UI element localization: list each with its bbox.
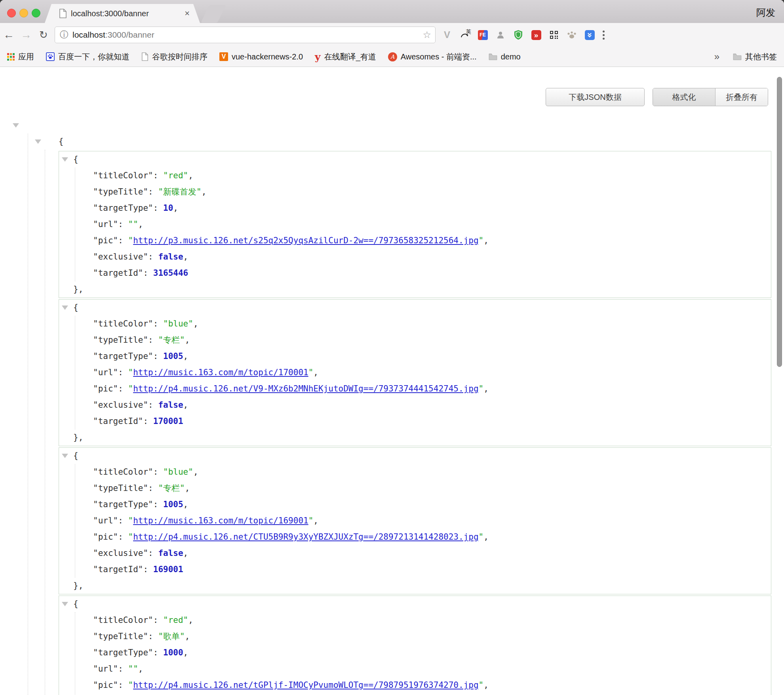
json-comma: , bbox=[183, 351, 188, 361]
json-comma: , bbox=[483, 236, 489, 245]
json-key: "pic" bbox=[93, 236, 118, 245]
json-field-line: "typeTitle": "新碟首发", bbox=[59, 184, 771, 200]
collapse-arrow-icon[interactable] bbox=[62, 602, 68, 606]
youdao-icon: y bbox=[315, 52, 321, 62]
bookmark-label: 百度一下，你就知道 bbox=[58, 52, 129, 62]
json-field-line: "exclusive": false, bbox=[59, 545, 771, 561]
collapse-arrow-icon[interactable] bbox=[13, 123, 19, 128]
json-field-line: "typeTitle": "专栏", bbox=[59, 480, 771, 496]
profile-name: 阿发 bbox=[756, 6, 775, 19]
format-button[interactable]: 格式化 bbox=[653, 88, 715, 106]
collapse-all-button[interactable]: 折叠所有 bbox=[715, 88, 768, 106]
bookmark-apps[interactable]: 应用 bbox=[7, 52, 34, 62]
bookmark-other-folder[interactable]: 其他书签 bbox=[733, 52, 777, 62]
collapse-arrow-icon[interactable] bbox=[35, 139, 41, 144]
forward-button[interactable]: → bbox=[17, 29, 35, 41]
bookmark-awesomes[interactable]: A Awesomes - 前端资... bbox=[388, 52, 477, 62]
translate-extension-icon[interactable]: 英 bbox=[460, 30, 470, 40]
json-object-close-line: }, bbox=[59, 281, 771, 298]
json-string-value: "专栏" bbox=[158, 335, 185, 345]
vue-devtools-icon[interactable]: V bbox=[442, 30, 452, 40]
reload-button[interactable]: ↻ bbox=[35, 29, 52, 41]
json-quote: " bbox=[479, 680, 484, 690]
json-quote: " bbox=[128, 680, 133, 690]
json-key: "typeTitle" bbox=[93, 335, 148, 345]
browser-window: localhost:3000/banner × 阿发 ← → ↻ ⓘ local… bbox=[0, 0, 784, 695]
json-key: "typeTitle" bbox=[93, 187, 148, 197]
json-field-line: "titleColor": "red", bbox=[59, 168, 771, 184]
bookmark-vue-hackernews[interactable]: V vue-hackernews-2.0 bbox=[219, 52, 303, 61]
address-bar[interactable]: ⓘ localhost:3000/banner ☆ bbox=[55, 27, 436, 43]
collapse-arrow-icon[interactable] bbox=[62, 454, 68, 458]
json-field-line: "targetType": 1000, bbox=[59, 645, 771, 661]
json-field-line: "url": "http://music.163.com/m/topic/170… bbox=[59, 365, 771, 381]
json-field-line: "targetId": 170001 bbox=[59, 413, 771, 430]
back-button[interactable]: ← bbox=[0, 29, 17, 41]
bookmark-google-sort[interactable]: 谷歌按时间排序 bbox=[141, 52, 207, 62]
json-field-line: "targetType": 10, bbox=[59, 200, 771, 216]
json-comma: , bbox=[183, 500, 188, 509]
json-comma: , bbox=[202, 187, 207, 197]
json-colon: : bbox=[143, 565, 153, 574]
browser-menu-button[interactable] bbox=[603, 31, 605, 40]
bookmark-label: Awesomes - 前端资... bbox=[401, 52, 477, 62]
blue-chevrons-extension-icon[interactable] bbox=[584, 30, 595, 40]
close-tab-icon[interactable]: × bbox=[185, 8, 190, 19]
json-literal-value: 1005 bbox=[163, 500, 183, 509]
json-link-value[interactable]: http://music.163.com/m/topic/170001 bbox=[133, 368, 308, 377]
json-link-value[interactable]: http://p4.music.126.net/V9-MXz6b2MNhEKju… bbox=[133, 384, 478, 393]
json-colon: : bbox=[118, 516, 128, 525]
json-comma: , bbox=[185, 632, 190, 641]
json-quote: " bbox=[128, 236, 133, 245]
json-comma: , bbox=[483, 680, 489, 690]
indent-guide bbox=[28, 134, 28, 695]
browser-tab[interactable]: localhost:3000/banner × bbox=[45, 4, 200, 23]
json-object-close-line: }, bbox=[59, 430, 771, 446]
url-host: localhost bbox=[72, 30, 105, 40]
json-field-line: "url": "http://music.163.com/m/topic/169… bbox=[59, 513, 771, 529]
collapse-arrow-icon[interactable] bbox=[62, 157, 68, 162]
url-path: :3000/banner bbox=[105, 30, 154, 40]
bookmark-baidu[interactable]: 百度一下，你就知道 bbox=[46, 52, 129, 62]
info-icon[interactable]: ⓘ bbox=[60, 29, 69, 41]
scrollbar-thumb[interactable] bbox=[777, 77, 782, 367]
screen: { "window": { "profile_name": "阿发", "tab… bbox=[0, 0, 784, 695]
collapse-arrow-icon[interactable] bbox=[62, 305, 68, 310]
json-viewer: { "banners": [ {"titleColor": "red","typ… bbox=[0, 117, 784, 695]
json-comma: , bbox=[193, 467, 198, 477]
new-tab-button[interactable] bbox=[201, 5, 226, 23]
json-key: "pic" bbox=[93, 384, 118, 393]
json-key: "titleColor" bbox=[93, 467, 153, 477]
browser-toolbar: ← → ↻ ⓘ localhost:3000/banner ☆ V 英 FE » bbox=[0, 23, 784, 47]
bookmark-label: 谷歌按时间排序 bbox=[152, 52, 207, 62]
json-literal-value: 169001 bbox=[153, 565, 183, 574]
json-key: "exclusive" bbox=[93, 400, 148, 410]
person-extension-icon[interactable] bbox=[495, 30, 506, 40]
qr-code-icon[interactable] bbox=[549, 30, 559, 40]
paw-extension-icon[interactable] bbox=[567, 30, 577, 40]
json-link-value[interactable]: http://p4.music.126.net/CTU5B9R9y3XyYBZX… bbox=[133, 532, 478, 542]
fe-extension-icon[interactable]: FE bbox=[478, 30, 488, 40]
video-downloader-icon[interactable]: » bbox=[531, 30, 541, 40]
json-link-value[interactable]: http://p3.music.126.net/s25q2x5QyqsAzilC… bbox=[133, 236, 478, 245]
minimize-window-button[interactable] bbox=[19, 9, 28, 17]
bookmark-star-icon[interactable]: ☆ bbox=[422, 29, 431, 40]
json-link-value[interactable]: http://p4.music.126.net/tGPljf-IMOCyPvum… bbox=[133, 680, 478, 690]
bookmarks-overflow-chevron[interactable]: » bbox=[714, 51, 719, 62]
json-comma: , bbox=[138, 220, 143, 229]
json-comma: , bbox=[183, 252, 188, 262]
bookmark-label: 其他书签 bbox=[745, 52, 777, 62]
shield-extension-icon[interactable] bbox=[513, 30, 523, 40]
json-string-value: "red" bbox=[163, 171, 188, 180]
json-literal-value: false bbox=[158, 548, 183, 558]
json-key: "titleColor" bbox=[93, 171, 153, 180]
bookmark-youdao[interactable]: y 在线翻译_有道 bbox=[315, 52, 376, 62]
fullscreen-window-button[interactable] bbox=[32, 9, 40, 17]
bookmark-demo-folder[interactable]: demo bbox=[489, 52, 521, 61]
json-colon: : bbox=[143, 268, 153, 278]
close-window-button[interactable] bbox=[7, 9, 16, 17]
json-field-line: "exclusive": false, bbox=[59, 397, 771, 413]
download-json-button[interactable]: 下载JSON数据 bbox=[546, 88, 645, 106]
json-colon: : bbox=[153, 467, 163, 477]
json-link-value[interactable]: http://music.163.com/m/topic/169001 bbox=[133, 516, 308, 525]
